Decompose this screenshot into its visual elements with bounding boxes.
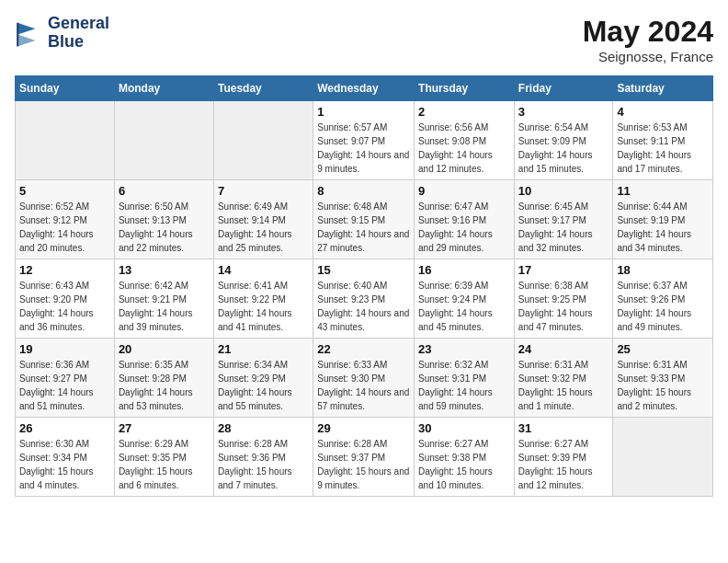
day-cell: 1 Sunrise: 6:57 AMSunset: 9:07 PMDayligh… — [313, 101, 415, 180]
day-info: Sunrise: 6:27 AMSunset: 9:39 PMDaylight:… — [518, 437, 609, 492]
col-header-monday: Monday — [114, 76, 213, 101]
day-cell: 30 Sunrise: 6:27 AMSunset: 9:38 PMDaylig… — [415, 418, 515, 497]
day-info: Sunrise: 6:50 AMSunset: 9:13 PMDaylight:… — [119, 200, 210, 255]
day-info: Sunrise: 6:42 AMSunset: 9:21 PMDaylight:… — [119, 279, 210, 334]
day-info: Sunrise: 6:33 AMSunset: 9:30 PMDaylight:… — [317, 358, 410, 413]
col-header-thursday: Thursday — [415, 76, 515, 101]
logo-text: General Blue — [48, 15, 109, 52]
title-block: May 2024 Seignosse, France — [583, 15, 713, 64]
day-info: Sunrise: 6:29 AMSunset: 9:35 PMDaylight:… — [119, 437, 210, 492]
day-cell: 17 Sunrise: 6:38 AMSunset: 9:25 PMDaylig… — [514, 259, 613, 339]
day-number: 12 — [19, 263, 110, 277]
day-cell: 20 Sunrise: 6:35 AMSunset: 9:28 PMDaylig… — [114, 339, 213, 418]
week-row-3: 12 Sunrise: 6:43 AMSunset: 9:20 PMDaylig… — [16, 259, 713, 339]
day-cell: 4 Sunrise: 6:53 AMSunset: 9:11 PMDayligh… — [613, 101, 713, 180]
day-cell — [613, 418, 713, 497]
col-header-sunday: Sunday — [16, 76, 115, 101]
header-row: SundayMondayTuesdayWednesdayThursdayFrid… — [16, 76, 713, 101]
day-info: Sunrise: 6:35 AMSunset: 9:28 PMDaylight:… — [119, 358, 210, 413]
day-cell: 11 Sunrise: 6:44 AMSunset: 9:19 PMDaylig… — [613, 180, 713, 259]
day-cell: 22 Sunrise: 6:33 AMSunset: 9:30 PMDaylig… — [313, 339, 415, 418]
day-cell: 8 Sunrise: 6:48 AMSunset: 9:15 PMDayligh… — [313, 180, 415, 259]
day-info: Sunrise: 6:36 AMSunset: 9:27 PMDaylight:… — [19, 358, 110, 413]
day-cell: 3 Sunrise: 6:54 AMSunset: 9:09 PMDayligh… — [514, 101, 613, 180]
day-info: Sunrise: 6:45 AMSunset: 9:17 PMDaylight:… — [518, 200, 609, 255]
day-cell — [16, 101, 115, 180]
day-number: 7 — [218, 184, 309, 198]
day-info: Sunrise: 6:53 AMSunset: 9:11 PMDaylight:… — [617, 121, 709, 176]
day-number: 13 — [119, 263, 210, 277]
day-info: Sunrise: 6:32 AMSunset: 9:31 PMDaylight:… — [418, 358, 510, 413]
day-number: 30 — [418, 421, 510, 435]
day-info: Sunrise: 6:49 AMSunset: 9:14 PMDaylight:… — [218, 200, 309, 255]
day-number: 21 — [218, 342, 309, 356]
week-row-5: 26 Sunrise: 6:30 AMSunset: 9:34 PMDaylig… — [16, 418, 713, 497]
col-header-tuesday: Tuesday — [213, 76, 313, 101]
day-cell: 25 Sunrise: 6:31 AMSunset: 9:33 PMDaylig… — [613, 339, 713, 418]
day-number: 25 — [617, 342, 709, 356]
day-cell: 23 Sunrise: 6:32 AMSunset: 9:31 PMDaylig… — [415, 339, 515, 418]
day-info: Sunrise: 6:34 AMSunset: 9:29 PMDaylight:… — [218, 358, 309, 413]
day-number: 8 — [317, 184, 410, 198]
calendar-table: SundayMondayTuesdayWednesdayThursdayFrid… — [15, 75, 713, 497]
day-info: Sunrise: 6:28 AMSunset: 9:37 PMDaylight:… — [317, 437, 410, 492]
day-number: 29 — [317, 421, 410, 435]
day-number: 6 — [119, 184, 210, 198]
week-row-1: 1 Sunrise: 6:57 AMSunset: 9:07 PMDayligh… — [16, 101, 713, 180]
day-info: Sunrise: 6:52 AMSunset: 9:12 PMDaylight:… — [19, 200, 110, 255]
day-info: Sunrise: 6:44 AMSunset: 9:19 PMDaylight:… — [617, 200, 709, 255]
day-number: 11 — [617, 184, 709, 198]
col-header-friday: Friday — [514, 76, 613, 101]
day-number: 20 — [119, 342, 210, 356]
day-info: Sunrise: 6:31 AMSunset: 9:32 PMDaylight:… — [518, 358, 609, 413]
day-number: 18 — [617, 263, 709, 277]
day-number: 1 — [317, 105, 410, 119]
day-number: 23 — [418, 342, 510, 356]
day-number: 17 — [518, 263, 609, 277]
day-info: Sunrise: 6:38 AMSunset: 9:25 PMDaylight:… — [518, 279, 609, 334]
day-info: Sunrise: 6:41 AMSunset: 9:22 PMDaylight:… — [218, 279, 309, 334]
day-cell: 10 Sunrise: 6:45 AMSunset: 9:17 PMDaylig… — [514, 180, 613, 259]
month-year: May 2024 — [583, 15, 713, 49]
day-number: 5 — [19, 184, 110, 198]
day-cell: 19 Sunrise: 6:36 AMSunset: 9:27 PMDaylig… — [16, 339, 115, 418]
day-info: Sunrise: 6:56 AMSunset: 9:08 PMDaylight:… — [418, 121, 510, 176]
day-cell: 24 Sunrise: 6:31 AMSunset: 9:32 PMDaylig… — [514, 339, 613, 418]
day-info: Sunrise: 6:57 AMSunset: 9:07 PMDaylight:… — [317, 121, 410, 176]
day-cell: 27 Sunrise: 6:29 AMSunset: 9:35 PMDaylig… — [114, 418, 213, 497]
day-number: 27 — [119, 421, 210, 435]
day-cell: 14 Sunrise: 6:41 AMSunset: 9:22 PMDaylig… — [213, 259, 313, 339]
day-cell: 15 Sunrise: 6:40 AMSunset: 9:23 PMDaylig… — [313, 259, 415, 339]
day-number: 16 — [418, 263, 510, 277]
day-number: 22 — [317, 342, 410, 356]
day-number: 28 — [218, 421, 309, 435]
day-cell: 2 Sunrise: 6:56 AMSunset: 9:08 PMDayligh… — [415, 101, 515, 180]
day-cell: 26 Sunrise: 6:30 AMSunset: 9:34 PMDaylig… — [16, 418, 115, 497]
day-cell: 29 Sunrise: 6:28 AMSunset: 9:37 PMDaylig… — [313, 418, 415, 497]
day-info: Sunrise: 6:30 AMSunset: 9:34 PMDaylight:… — [19, 437, 110, 492]
day-number: 31 — [518, 421, 609, 435]
logo-icon — [15, 18, 44, 48]
day-number: 26 — [19, 421, 110, 435]
day-cell — [114, 101, 213, 180]
day-cell: 18 Sunrise: 6:37 AMSunset: 9:26 PMDaylig… — [613, 259, 713, 339]
day-number: 2 — [418, 105, 510, 119]
day-info: Sunrise: 6:37 AMSunset: 9:26 PMDaylight:… — [617, 279, 709, 334]
day-cell: 7 Sunrise: 6:49 AMSunset: 9:14 PMDayligh… — [213, 180, 313, 259]
day-number: 9 — [418, 184, 510, 198]
col-header-saturday: Saturday — [613, 76, 713, 101]
day-number: 14 — [218, 263, 309, 277]
day-cell: 28 Sunrise: 6:28 AMSunset: 9:36 PMDaylig… — [213, 418, 313, 497]
day-number: 24 — [518, 342, 609, 356]
day-info: Sunrise: 6:27 AMSunset: 9:38 PMDaylight:… — [418, 437, 510, 492]
day-number: 10 — [518, 184, 609, 198]
day-info: Sunrise: 6:47 AMSunset: 9:16 PMDaylight:… — [418, 200, 510, 255]
day-cell: 12 Sunrise: 6:43 AMSunset: 9:20 PMDaylig… — [16, 259, 115, 339]
day-info: Sunrise: 6:40 AMSunset: 9:23 PMDaylight:… — [317, 279, 410, 334]
day-info: Sunrise: 6:39 AMSunset: 9:24 PMDaylight:… — [418, 279, 510, 334]
day-number: 3 — [518, 105, 609, 119]
day-cell: 9 Sunrise: 6:47 AMSunset: 9:16 PMDayligh… — [415, 180, 515, 259]
day-info: Sunrise: 6:54 AMSunset: 9:09 PMDaylight:… — [518, 121, 609, 176]
day-number: 19 — [19, 342, 110, 356]
day-cell: 31 Sunrise: 6:27 AMSunset: 9:39 PMDaylig… — [514, 418, 613, 497]
